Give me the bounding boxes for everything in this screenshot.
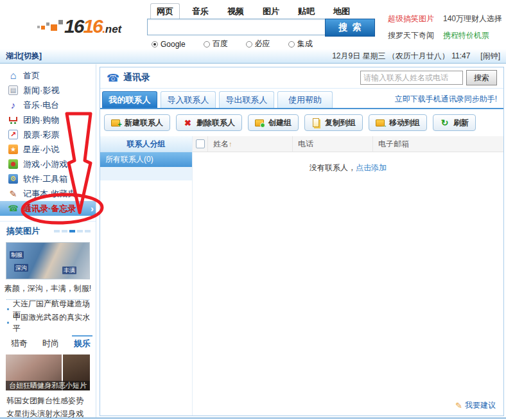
promo-funny-pics[interactable]: 超级搞笑图片 (388, 13, 434, 24)
engine-label: 集成 (297, 39, 313, 49)
sync-assistant-link[interactable]: 立即下载手机通讯录同步助手! (395, 94, 497, 105)
nav-tab-tieba[interactable]: 贴吧 (292, 3, 321, 20)
toolbar-button-label: 刷新 (453, 118, 469, 128)
nav-tab-web[interactable]: 网页 (150, 3, 180, 20)
contacts-icon: ☎ (107, 72, 119, 84)
image-label-chip: 深沟 (14, 264, 28, 272)
engine-bing[interactable]: 必应 (246, 39, 270, 49)
main-search-button[interactable]: 搜索 (325, 19, 375, 37)
column-header-email[interactable]: 电子邮箱 (373, 136, 503, 152)
refresh-icon (440, 118, 449, 127)
column-header-name[interactable]: 姓名↑ (208, 136, 293, 152)
contacts-icon (8, 204, 18, 213)
pager-dash[interactable] (54, 230, 60, 232)
sidebar-item-software[interactable]: 软件·工具箱 › (0, 171, 96, 186)
funny-pictures-module: 搞笑图片 制服深沟丰满 素颜，深沟，丰满，制服! 大连厂国产航母建造场面 中国激… (0, 221, 96, 420)
contact-groups-panel: 联系人分组 所有联系人(0) (100, 136, 193, 416)
tab-my-contacts[interactable]: 我的联系人 (102, 91, 157, 108)
engine-google[interactable]: Google (152, 39, 186, 49)
sidebar-item-stocks[interactable]: 股票·彩票 › (0, 127, 96, 142)
sidebar-item-games[interactable]: 游戏·小游戏 › (0, 157, 96, 171)
ent-link-1[interactable]: 韩国女团舞台性感姿势 (0, 394, 96, 407)
toolbar-button-label: 复制到组 (325, 118, 356, 128)
group-panel-shade (100, 167, 192, 180)
pager-dash[interactable] (62, 230, 67, 232)
toolbar-button-label: 移动到组 (389, 118, 420, 128)
new-contact-button[interactable]: 新建联系人 (104, 114, 170, 131)
select-all-checkbox[interactable] (196, 139, 205, 148)
engine-integrated[interactable]: 集成 (288, 39, 313, 49)
sort-asc-icon: ↑ (229, 140, 232, 148)
location-bar: 湖北[切换] 12月9日 星期三 （农历十月廿八） 11:47 [闹钟] (0, 49, 506, 64)
tab-help[interactable]: 使用帮助 (277, 91, 333, 108)
engine-baidu[interactable]: 百度 (204, 39, 228, 49)
contact-search-input[interactable] (360, 71, 463, 85)
sidebar-item-label: 音乐·电台 (23, 100, 59, 111)
image-label-chip: 制服 (10, 251, 24, 259)
sidebar-item-horoscope[interactable]: 星座·小说 › (0, 142, 96, 157)
sidebar-item-contacts[interactable]: 通讯录·备忘录 › (0, 201, 96, 216)
sidebar-item-label: 团购·购物 (23, 114, 59, 126)
tab-import-contacts[interactable]: 导入联系人 (161, 91, 216, 108)
toolbar-button-label: 新建联系人 (125, 118, 163, 128)
sidebar-item-label: 游戏·小游戏 (23, 159, 67, 170)
music-icon (8, 100, 18, 110)
sidebar-item-home[interactable]: 首页 › (0, 68, 96, 83)
alarm-link[interactable]: [闹钟] (480, 51, 500, 62)
suggest-link[interactable]: ✎ 我要建议 (455, 400, 496, 411)
copy-to-group-button[interactable]: 复制到组 (304, 114, 363, 131)
empty-state: 没有联系人，点击添加 (193, 162, 503, 173)
sidebar-item-news[interactable]: 新闻·影视 › (0, 83, 96, 98)
logo-text: 16 (83, 17, 101, 36)
funny-image-caption: 素颜，深沟，丰满，制服! (0, 283, 96, 294)
sidebar-item-label: 新闻·影视 (23, 85, 59, 96)
radio-icon (246, 41, 252, 48)
home-icon (8, 71, 18, 80)
column-header-phone[interactable]: 电话 (293, 136, 373, 152)
create-group-button[interactable]: 创建组 (248, 114, 299, 131)
promo-finance[interactable]: 140万理财人选择 (443, 13, 502, 24)
promo-ctrip-tickets[interactable]: 携程特价机票 (443, 30, 502, 41)
group-all-contacts[interactable]: 所有联系人(0) (100, 152, 192, 167)
game-icon (8, 159, 18, 169)
image-label-chip: 丰满 (62, 267, 76, 274)
sidebar-item-label: 软件·工具箱 (23, 173, 67, 185)
bullet-icon (7, 322, 9, 324)
sidebar-item-notes[interactable]: 记事本·收藏夹 › (0, 186, 96, 201)
funny-image[interactable]: 制服深沟丰满 (6, 242, 90, 279)
tab-export-contacts[interactable]: 导出联系人 (219, 91, 274, 108)
main-search-input[interactable] (147, 19, 325, 35)
ent-tab-fashion[interactable]: 时尚 (40, 335, 61, 351)
add-contact-link[interactable]: 点击添加 (356, 163, 387, 172)
top-header: 16 16 . net 网页音乐视频图片贴吧地图 搜索 Google 百度 必应 (0, 0, 506, 49)
entertainment-images: 台妞狂晒健身邪恶小短片 (6, 354, 90, 390)
refresh-button[interactable]: 刷新 (433, 114, 476, 131)
engine-label: 百度 (213, 39, 228, 49)
pager-dash[interactable] (77, 230, 83, 232)
search-category-nav: 网页音乐视频图片贴吧地图 (150, 3, 362, 20)
region-switch-link[interactable]: 湖北[切换] (6, 51, 42, 62)
logo-pixel-icon (41, 26, 45, 30)
promo-odd-news[interactable]: 搜罗天下奇闻 (388, 30, 434, 41)
contact-search-button[interactable]: 搜索 (466, 70, 497, 85)
site-logo[interactable]: 16 16 . net (37, 17, 121, 36)
delete-contact-button[interactable]: 删除联系人 (176, 114, 242, 131)
funny-links: 大连厂国产航母建造场面 中国激光武器的真实水平 (0, 302, 96, 329)
move-to-group-button[interactable]: 移动到组 (369, 114, 427, 131)
contacts-panel: ☎ 通讯录 搜索 立即下载手机通讯录同步助手! 我的联系人导入联系人导出联系人使… (100, 67, 504, 416)
nav-tab-images[interactable]: 图片 (256, 3, 286, 20)
nav-tab-maps[interactable]: 地图 (327, 3, 356, 20)
sidebar-item-shopping[interactable]: 团购·购物 › (0, 112, 96, 127)
sidebar-item-music[interactable]: 音乐·电台 › (0, 98, 96, 112)
page-title: 通讯录 (123, 72, 150, 83)
pager-dash[interactable] (85, 230, 91, 232)
sidebar-item-label: 通讯录·备忘录 (23, 203, 76, 214)
ent-tab-lieqi[interactable]: 猎奇 (9, 335, 30, 351)
ent-tab-yule[interactable]: 娱乐 (72, 335, 92, 351)
nav-tab-video[interactable]: 视频 (221, 3, 250, 20)
nav-tab-music[interactable]: 音乐 (186, 3, 215, 20)
copy-doc-icon (311, 118, 321, 127)
pager-dash[interactable] (69, 230, 75, 232)
funny-link-laser[interactable]: 中国激光武器的真实水平 (0, 316, 96, 329)
sidebar-item-label: 首页 (23, 70, 40, 82)
